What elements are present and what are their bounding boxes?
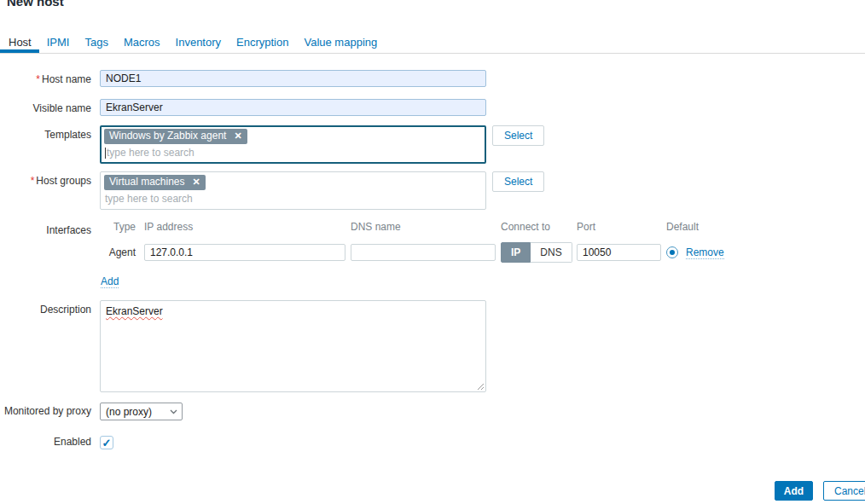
template-chip: Windows by Zabbix agent <box>104 129 247 144</box>
host-name-label-text: Host name <box>42 73 91 85</box>
default-radio[interactable] <box>666 246 678 258</box>
description-label: Description <box>0 300 100 316</box>
remove-interface-link[interactable]: Remove <box>686 246 724 259</box>
chevron-down-icon <box>170 409 177 414</box>
cancel-button[interactable]: Cancel <box>823 481 865 501</box>
templates-label: Templates <box>0 125 100 141</box>
tab-bar: Host IPMI Tags Macros Inventory Encrypti… <box>0 31 865 54</box>
host-name-input[interactable] <box>100 70 486 87</box>
visible-name-input[interactable] <box>100 99 486 116</box>
proxy-selected-value: (no proxy) <box>106 406 152 418</box>
proxy-label: Monitored by proxy <box>0 403 100 417</box>
connect-ip-option[interactable]: IP <box>501 242 531 263</box>
host-group-chip-label: Virtual machines <box>109 177 185 188</box>
tab-tags[interactable]: Tags <box>77 31 115 53</box>
remove-chip-icon[interactable] <box>234 130 241 142</box>
tab-inventory[interactable]: Inventory <box>168 31 229 53</box>
connect-dns-option[interactable]: DNS <box>531 242 572 263</box>
tab-macros[interactable]: Macros <box>116 31 168 53</box>
col-connect-to: Connect to <box>501 221 572 242</box>
add-host-button[interactable]: Add <box>775 481 813 501</box>
col-default: Default <box>666 221 724 242</box>
default-cell: Remove <box>666 246 724 259</box>
required-asterisk: * <box>31 175 35 187</box>
interfaces-label: Interfaces <box>0 221 100 236</box>
remove-chip-icon[interactable] <box>193 177 200 188</box>
description-text: EkranServer <box>106 305 163 317</box>
tab-ipmi[interactable]: IPMI <box>39 31 78 53</box>
tab-value-mapping[interactable]: Value mapping <box>296 31 385 53</box>
visible-name-label: Visible name <box>0 99 100 114</box>
enabled-label: Enabled <box>0 435 100 448</box>
host-form: *Host name Visible name Templates Window… <box>0 54 865 449</box>
required-asterisk: * <box>36 73 40 85</box>
tab-host[interactable]: Host <box>0 31 39 53</box>
tab-encryption[interactable]: Encryption <box>229 31 296 53</box>
host-groups-label-text: Host groups <box>36 175 91 187</box>
interface-type: Agent <box>100 246 139 258</box>
enabled-checkbox[interactable] <box>100 436 113 449</box>
resize-handle-icon[interactable] <box>476 382 485 391</box>
templates-placeholder: type here to search <box>107 147 194 159</box>
interfaces-grid: Type IP address DNS name Connect to Port… <box>100 221 724 263</box>
text-caret <box>105 148 106 159</box>
col-type: Type <box>100 221 139 242</box>
host-groups-select-button[interactable]: Select <box>492 171 544 192</box>
host-groups-placeholder: type here to search <box>105 193 193 205</box>
description-textarea[interactable]: EkranServer <box>100 300 486 392</box>
page-title: New host <box>7 0 64 9</box>
host-groups-label: *Host groups <box>0 171 100 187</box>
host-group-chip: Virtual machines <box>104 175 206 190</box>
interface-ip-input[interactable] <box>144 244 345 261</box>
connect-to-toggle: IP DNS <box>501 242 572 263</box>
col-port: Port <box>577 221 661 242</box>
col-ip-address: IP address <box>144 221 345 242</box>
interface-port-input[interactable] <box>577 244 661 261</box>
add-interface-link[interactable]: Add <box>101 275 119 288</box>
templates-search-input[interactable]: type here to search <box>104 144 482 160</box>
interface-dns-input[interactable] <box>351 244 496 261</box>
templates-multiselect[interactable]: Windows by Zabbix agent type here to sea… <box>100 125 486 164</box>
host-name-label: *Host name <box>0 70 100 85</box>
col-dns-name: DNS name <box>351 221 496 242</box>
host-groups-search-input[interactable]: type here to search <box>104 190 482 206</box>
proxy-select[interactable]: (no proxy) <box>100 403 183 420</box>
templates-select-button[interactable]: Select <box>492 125 544 146</box>
host-groups-multiselect[interactable]: Virtual machines type here to search <box>100 171 486 210</box>
template-chip-label: Windows by Zabbix agent <box>109 130 226 142</box>
